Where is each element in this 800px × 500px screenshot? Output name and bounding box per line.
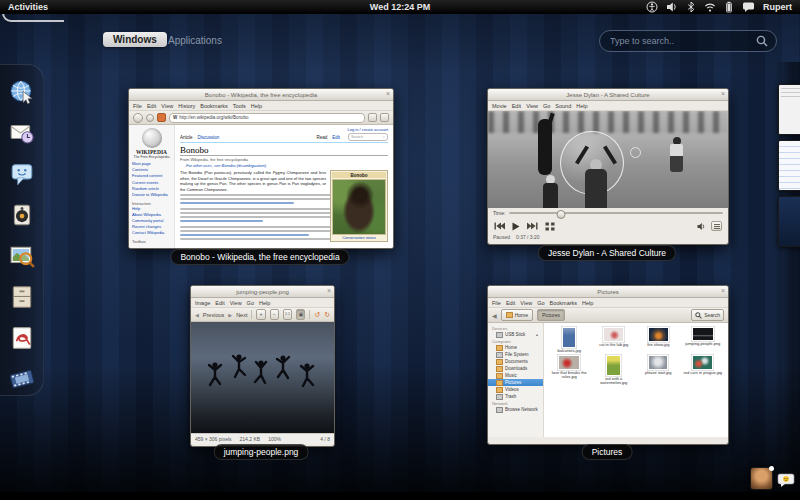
workspace-thumbnail-1[interactable] — [778, 84, 800, 135]
image-viewer-icon — [9, 243, 35, 269]
menu-view: View — [520, 300, 532, 306]
next-icon: ▶ — [228, 312, 232, 318]
fullscreen-icon — [545, 222, 555, 231]
file-item: cat in the lab.jpg — [592, 328, 637, 353]
dock-item-rhythmbox[interactable] — [8, 201, 36, 229]
dock-item-image-viewer[interactable] — [8, 242, 36, 270]
window-browser[interactable]: Bonobo - Wikipedia, the free encyclopedi… — [128, 88, 394, 249]
jumping-silhouettes — [191, 322, 332, 433]
tab-applications[interactable]: Applications — [168, 35, 222, 46]
wiki-action-edit: Edit — [332, 135, 340, 140]
workspace-thumbnail-3[interactable] — [778, 196, 800, 247]
dock-item-file-cabinet[interactable] — [8, 283, 36, 311]
window-label-files: Pictures — [582, 444, 633, 460]
volume-icon[interactable] — [666, 1, 678, 13]
message-tray-avatar[interactable] — [750, 467, 773, 490]
file-thumbnail — [604, 328, 623, 341]
file-thumbnail — [559, 356, 579, 369]
close-icon: × — [721, 90, 725, 97]
browser-titlebar: Bonobo - Wikipedia, the free encyclopedi… — [129, 89, 393, 101]
folder-icon — [496, 359, 503, 365]
file-name: balconies.jpg — [558, 349, 581, 354]
file-cabinet-icon — [9, 284, 35, 310]
playlist-toggle-icon — [711, 221, 722, 231]
network-icon — [496, 407, 503, 413]
network-icon[interactable] — [704, 1, 716, 13]
menu-help: Help — [582, 300, 593, 306]
bluetooth-icon[interactable] — [686, 1, 696, 13]
window-label-browser: Bonobo - Wikipedia, the free encyclopedi… — [170, 249, 349, 265]
article-heading: Bonobo — [180, 145, 388, 156]
workspace-panel — [774, 62, 800, 492]
chat-icon[interactable] — [742, 1, 755, 13]
back-icon: ◀ — [492, 312, 497, 319]
previous-icon: ◀ — [195, 312, 199, 318]
menu-movie: Movie — [492, 103, 507, 109]
menu-sound: Sound — [555, 103, 571, 109]
tab-windows[interactable]: Windows — [103, 32, 167, 47]
separator — [251, 310, 252, 319]
file-item: fire show.jpg — [636, 328, 681, 353]
search-box[interactable] — [599, 30, 777, 52]
menu-tools: Tools — [233, 103, 246, 109]
sidebar-item-filesystem: File System — [488, 351, 543, 358]
notification-dot — [769, 466, 774, 471]
text-line — [180, 220, 263, 222]
usb-label: USB Stick — [505, 332, 525, 337]
best-fit-icon: ▣ — [296, 309, 305, 320]
dock-item-documents[interactable] — [8, 324, 36, 352]
disk-icon — [496, 352, 503, 358]
clock[interactable]: Wed 12:24 PM — [370, 2, 430, 12]
text-line — [180, 234, 309, 236]
message-tray-chat-icon[interactable] — [777, 473, 795, 488]
menu-image: Image — [195, 300, 210, 306]
wiki-nav-link: Contact Wikipedia — [132, 230, 171, 236]
previous-button: Previous — [203, 312, 224, 318]
menu-edit: Edit — [215, 300, 224, 306]
playback-time: 0:37 / 3:20 — [516, 234, 540, 240]
menu-view: View — [161, 103, 173, 109]
menu-help: Help — [251, 103, 262, 109]
window-video-player[interactable]: Jesse Dylan - A Shared Culture × Movie E… — [487, 88, 729, 245]
menu-go: Go — [543, 103, 550, 109]
chat-smiley-icon — [9, 161, 35, 187]
film-strip-icon — [9, 366, 35, 392]
file-name: please wait.jpg — [645, 371, 671, 376]
browser-toolbar: W http://en.wikipedia.org/wiki/Bonobo — [129, 111, 393, 125]
window-image-viewer[interactable]: jumping-people.png × Image Edit View Go … — [190, 285, 335, 447]
rotate-left-icon: ↺ — [314, 311, 320, 318]
accessibility-icon[interactable] — [646, 1, 658, 13]
window-file-manager[interactable]: Pictures × File Edit View Go Bookmarks H… — [487, 285, 729, 445]
dock-item-evolution[interactable] — [8, 119, 36, 147]
seek-slider — [509, 212, 723, 214]
file-thumbnail — [563, 328, 575, 347]
dock-item-movie-player[interactable] — [8, 365, 36, 393]
seek-row: Time: — [488, 208, 728, 218]
wiki-login-link: Log in / create account — [180, 127, 388, 132]
activities-button[interactable]: Activities — [8, 2, 48, 12]
workspace-detail — [781, 92, 800, 93]
workspace-detail — [781, 96, 800, 97]
scene-child — [543, 183, 558, 208]
folder-icon — [496, 345, 503, 351]
photo-canvas — [191, 322, 334, 433]
files-search-label: Search — [704, 312, 720, 318]
battery-icon[interactable] — [724, 1, 734, 13]
image-title: jumping-people.png — [236, 289, 289, 295]
wikipedia-sidebar: WIKIPEDIA The Free Encyclopedia Main pag… — [129, 125, 175, 249]
search-input[interactable] — [608, 35, 756, 47]
dock-item-web-browser[interactable] — [8, 78, 36, 106]
wikipedia-logo — [142, 128, 162, 148]
web-browser-icon — [9, 79, 35, 105]
user-menu[interactable]: Rupert — [763, 2, 792, 12]
file-thumbnail — [693, 328, 713, 340]
dock-item-empathy[interactable] — [8, 160, 36, 188]
workspace-thumbnail-2[interactable] — [778, 140, 800, 191]
menu-bookmarks: Bookmarks — [550, 300, 578, 306]
activities-highlight — [2, 13, 64, 22]
rotate-right-icon: ↻ — [324, 311, 330, 318]
infobox-caption: Conservation status — [332, 236, 386, 240]
file-thumbnail — [649, 328, 668, 341]
files-titlebar: Pictures × — [488, 286, 728, 298]
zoom-in-icon: + — [256, 309, 265, 320]
